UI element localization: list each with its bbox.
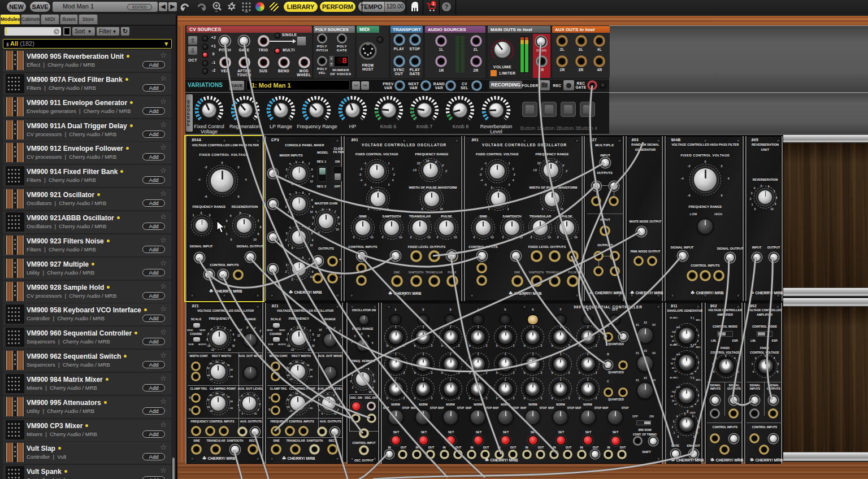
svg-text:1: 1: [432, 2, 435, 6]
